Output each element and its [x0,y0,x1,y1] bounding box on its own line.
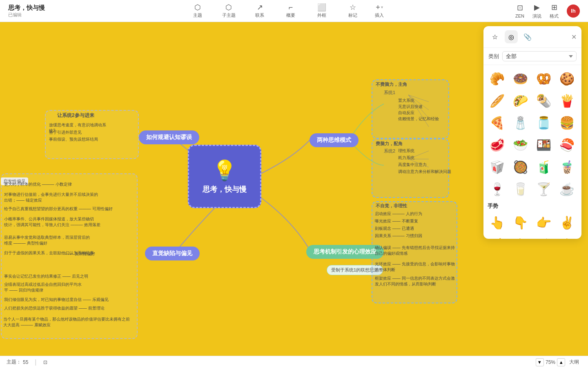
zen-button[interactable]: ⊡ ZEN [515,3,524,18]
subtopic-icon: ⬡ [225,4,232,11]
toolbar-outer[interactable]: ⬜ 外框 [313,4,331,18]
sticker-item[interactable]: 🍣 [557,135,577,155]
unconscious-title: 不自觉，非理性 [376,203,407,209]
sticker-item[interactable]: 🥩 [487,135,507,155]
h-text9: 我们倾信眼见为实，对已知的事物过度自信 —— 乐观偏见 [4,297,109,303]
toolbar-left: 思考，快与慢 已编辑 [8,4,57,18]
zoom-down-button[interactable]: ▾ [536,358,544,366]
zen-icon: ⊡ [517,3,523,12]
sticker-item[interactable]: 🥘 [510,157,530,177]
zoom-up-button[interactable]: ▴ [557,358,565,366]
sticker-item[interactable]: ☕ [557,179,577,199]
filter-select[interactable]: 全部 食物 手势 动物 [502,51,577,61]
zoom-level: 75% [546,359,555,365]
toolbar-summary[interactable]: ⌐ 概要 [282,4,300,18]
present-button[interactable]: ▶ 演说 [532,3,541,19]
sticker-item[interactable]: 👌 [557,234,577,239]
sticker-item[interactable]: 🍩 [510,68,530,89]
sticker-item[interactable]: 🍕 [487,112,507,133]
effortful-box [372,139,449,198]
sticker-item[interactable]: 🥗 [510,135,530,155]
sticker-item[interactable]: 👉 [533,212,554,233]
sticker-item[interactable]: 🍪 [557,68,577,89]
h-text8: 业绩表现过高或过低后会自然回归的平均水平 —— 回归均值规律 [4,282,82,293]
sticker-item[interactable]: 👆 [487,212,507,233]
unc-t3: 刻板观念 —— 已遭遇 [375,226,414,231]
branch-how-avoid[interactable]: 如何规避认知谬误 [139,130,199,144]
sticker-item[interactable]: 🍟 [557,90,577,111]
format-label: 格式 [550,13,559,19]
toolbar-topic[interactable]: ⬡ 主题 [189,4,207,18]
system2-text2: 善于引进外部意见 [49,130,82,135]
panel-filter: 类别 全部 食物 手势 动物 [483,48,581,65]
sticker-item[interactable]: 🥐 [487,68,507,89]
sys2-t1: 理性系统 [398,148,414,154]
sticker-item[interactable]: 🤟 [487,234,507,239]
panel-tab-clip[interactable]: 📎 [521,30,534,43]
sticker-item[interactable]: 👋 [533,234,554,239]
sticker-item[interactable]: 👇 [510,212,530,233]
sticker-item[interactable]: 🍔 [557,112,577,133]
sticker-grid: 🥐 🍩 🥨 🍪 🥖 🌮 🌯 🍟 🍕 🧂 🫙 🍔 🥩 🥗 🍱 🍣 🥡 🥘 🧃 🧋 … [483,65,581,239]
sticker-item[interactable]: 🧃 [533,157,554,177]
zoom-controls: ▾ 75% ▴ 大纲 [536,358,581,366]
subtopic-label: 子主题 [222,12,236,18]
sys1-t1: 置大系统 [398,98,414,103]
document-title: 思考，快与慢 [8,4,57,12]
sticker-item[interactable]: 🥡 [487,157,507,177]
sticker-item[interactable]: 🌯 [533,90,554,111]
sticker-item[interactable]: 🍱 [533,135,554,155]
branch-intuition[interactable]: 直觉缺陷与偏见 [145,247,200,260]
lightbulb-icon: 💡 [212,159,237,182]
sys2-label: 系统2 [384,148,395,154]
format-button[interactable]: ⊞ 格式 [550,3,559,19]
sticker-item[interactable]: 🧋 [557,157,577,177]
system2-title: 让系统2参与进来 [57,112,94,119]
sys1-t4: 依赖情景，记忆和经验 [398,116,439,122]
sticker-item[interactable]: 🌮 [510,90,530,111]
topic-icon: ⬡ [194,4,201,11]
panel-tab-star[interactable]: ☆ [488,30,501,43]
gesture-section-label: 手势 [487,201,578,211]
sticker-item[interactable]: 🤙 [510,234,530,239]
sticker-item[interactable]: ✌️ [557,212,577,233]
summary-label: 概要 [286,12,295,18]
center-node[interactable]: 💡 思考，快与慢 [188,145,261,208]
panel-close-button[interactable]: ✕ [571,33,577,41]
sticker-item[interactable]: 🥨 [533,68,554,89]
sticker-item[interactable]: 🍷 [487,179,507,199]
unc-t4: 因果关系 ——— 习惯归因 [375,233,422,239]
insert-arrow-icon: ▾ [381,5,383,9]
sticker-panel: ☆ ◎ 📎 ✕ 类别 全部 食物 手势 动物 🥐 🍩 🥨 🍪 🥖 🌮 🌯 🍟 🍕… [483,26,581,239]
sys2-t2: 耗力系统 [398,155,414,161]
outline-button[interactable]: 大纲 [567,358,581,366]
sticker-item[interactable]: 🧂 [510,112,530,133]
icon-fit[interactable]: ⊡ [43,359,47,365]
h-text10: 人们把损失的恐惧远胜于获得收益的愿望 —— 前景理论 [4,305,105,311]
topic-count: 主题： 55 [7,359,28,366]
center-label: 思考，快与慢 [203,184,247,194]
toolbar-mark[interactable]: ☆ 标记 [344,4,362,18]
mark-label: 标记 [348,12,357,18]
toolbar-insert[interactable]: + ▾ 插入 [375,4,384,18]
sticker-item[interactable]: 🍸 [533,179,554,199]
toolbar-connect[interactable]: ↗ 联系 [251,4,269,18]
present-icon: ▶ [534,3,540,12]
unc-t7: 框架效应 —— 同一信息的不同表达方式会激发人们不同的情感，从而影响判断 [375,276,457,287]
h-text4: 小概率事件、公共事件因媒体报道，放大某些确切统计，强调其可能性，等致人们关注 —… [4,216,100,228]
sticker-item[interactable]: 🥖 [487,90,507,111]
sys1-label: 系统1 [384,90,395,96]
filter-label: 类别 [488,53,499,60]
h-text1: 更大时小样本的优化 ——— 小数定律 [4,182,72,187]
branch-psychology[interactable]: 思考机制引发的心理效应 [306,245,384,259]
toolbar-subtopic[interactable]: ⬡ 子主题 [220,4,238,18]
sys1-t2: 无意识且快速 [398,104,423,110]
user-avatar[interactable]: Ih [567,4,580,18]
sticker-item[interactable]: 🫙 [533,112,554,133]
panel-tab-sticker[interactable]: ◎ [505,30,518,43]
sticker-item[interactable]: 🥛 [510,179,530,199]
branch-two-modes[interactable]: 两种思维模式 [310,133,359,147]
connect-label: 联系 [255,12,264,18]
unc-t6: 光环效应 —— 先接受的信息，会影响对事物的整体判断 [375,261,457,273]
toolbar-center: ⬡ 主题 ⬡ 子主题 ↗ 联系 ⌐ 概要 ⬜ 外框 ☆ 标记 + ▾ 插入 [57,4,515,18]
